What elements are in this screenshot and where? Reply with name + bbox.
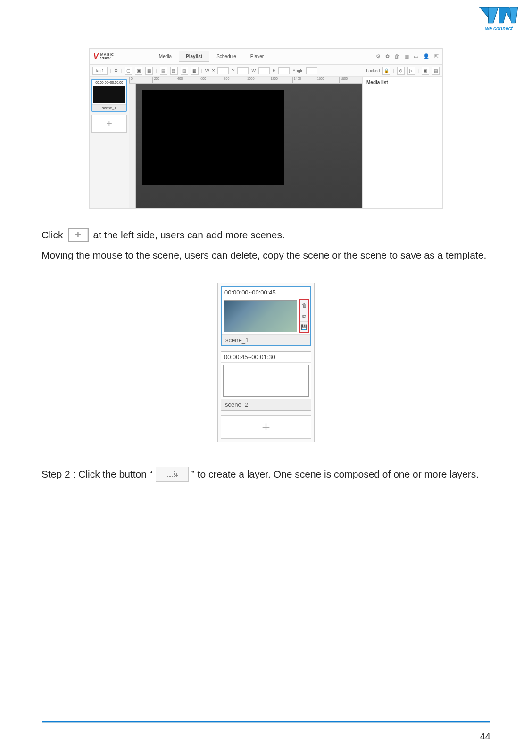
app-logo: V MAGIC VIEW <box>93 52 114 61</box>
export-icon[interactable]: ⇱ <box>434 53 439 59</box>
canvas-area[interactable]: 0 200 400 600 800 1000 1200 1400 1600 18… <box>129 77 362 208</box>
scene-item-buttons: 🗑 ⧉ 💾 <box>299 299 309 333</box>
grid3-icon[interactable]: ▨ <box>181 67 188 75</box>
scene-card[interactable]: 00:00:00~00:00:00 scene_1 <box>91 79 127 112</box>
w2-label: W <box>251 68 256 73</box>
tab-player[interactable]: Player <box>243 51 271 62</box>
add-scene-button[interactable]: + <box>221 415 311 439</box>
w-label: W <box>205 68 209 73</box>
text-click: Click <box>42 227 63 243</box>
zoom-out-icon[interactable]: ⊖ <box>397 67 405 75</box>
canvas-black[interactable] <box>142 90 284 185</box>
gear-icon[interactable]: ⚙ <box>114 68 118 73</box>
scene-item-label: scene_2 <box>221 399 311 410</box>
add-scene-button[interactable]: + <box>91 115 127 133</box>
lock-icon[interactable]: 🔒 <box>382 67 390 75</box>
gear-icon[interactable]: ✿ <box>385 53 390 59</box>
text-addscenes: at the left side, users can add more sce… <box>93 227 285 243</box>
grid-icon[interactable]: ▤ <box>160 67 167 75</box>
h-label: H <box>273 68 276 73</box>
chart-icon[interactable]: ▥ <box>404 53 409 59</box>
main-tabs: Media Playlist Schedule Player <box>152 51 271 62</box>
save-template-icon[interactable]: 💾 <box>300 322 308 332</box>
scene-item-1[interactable]: 00:00:00~00:00:45 🗑 ⧉ 💾 scene_1 <box>221 286 311 346</box>
angle-label: Angle <box>292 68 303 73</box>
user-icon[interactable]: 👤 <box>423 53 430 59</box>
settings-icon[interactable]: ⚙ <box>376 53 381 59</box>
plus-icon: + <box>106 118 112 130</box>
paragraph-1: Click + at the left side, users can add … <box>42 227 490 263</box>
crop-icon[interactable]: ▢ <box>125 67 132 75</box>
ruler-vertical <box>129 84 136 208</box>
y-label: Y <box>232 68 234 73</box>
toolbar-row: tag1 | ⚙ | ▢ ▣ ▦ | ▤ ▧ ▨ ▩ | W X Y W H A… <box>90 65 442 77</box>
footer-divider <box>42 721 490 723</box>
scene-item-thumbnail <box>224 300 297 332</box>
scene-item-thumbnail <box>223 365 309 397</box>
angle-input[interactable] <box>306 67 317 74</box>
scene-item-time: 00:00:00~00:00:45 <box>222 287 310 298</box>
tab-schedule[interactable]: Schedule <box>209 51 243 62</box>
scene-panel: 00:00:00~00:00:45 🗑 ⧉ 💾 scene_1 00:00:45… <box>217 283 315 442</box>
plus-icon-inline: + <box>68 228 89 242</box>
tag-label[interactable]: tag1 <box>92 67 108 75</box>
x-label: X <box>212 68 215 73</box>
tab-media[interactable]: Media <box>152 51 179 62</box>
copy-icon[interactable]: ▣ <box>422 67 429 75</box>
trash-icon[interactable]: 🗑 <box>300 300 308 311</box>
tab-playlist[interactable]: Playlist <box>179 51 209 62</box>
scene-item-2[interactable]: 00:00:45~00:01:30 scene_2 <box>221 351 311 411</box>
scene-sidebar: 00:00:00~00:00:00 scene_1 + <box>90 77 129 208</box>
text-step2b: ” to create a layer. One scene is compos… <box>191 467 479 482</box>
app-name-sub: VIEW <box>100 57 114 60</box>
text-step2a: Step 2 : Click the button “ <box>42 467 153 482</box>
brand-logo: we connect <box>477 5 521 36</box>
y-input[interactable] <box>237 67 249 74</box>
svg-rect-0 <box>166 470 175 477</box>
trash-icon[interactable]: 🗑 <box>394 53 399 59</box>
text-moving: Moving the mouse to the scene, users can… <box>42 248 490 263</box>
locked-label: Locked <box>366 68 380 73</box>
brand-tagline: we connect <box>485 25 513 31</box>
window-header: V MAGIC VIEW Media Playlist Schedule Pla… <box>90 49 442 65</box>
create-layer-button-inline <box>156 467 189 482</box>
app-logo-v-icon: V <box>93 52 99 61</box>
h-input[interactable] <box>278 67 290 74</box>
crop-plus-icon[interactable]: ▣ <box>135 67 142 75</box>
scene-thumbnail <box>93 86 125 103</box>
copy-icon[interactable]: ⧉ <box>300 311 308 322</box>
screen-icon[interactable]: ▭ <box>414 53 418 59</box>
page-number: 44 <box>480 731 490 742</box>
grid2-icon[interactable]: ▧ <box>170 67 178 75</box>
magicview-window: V MAGIC VIEW Media Playlist Schedule Pla… <box>89 48 443 209</box>
scene-label: scene_1 <box>92 104 126 111</box>
scene-time: 00:00:00~00:00:00 <box>92 80 126 85</box>
crop-fit-icon[interactable]: ▦ <box>145 67 153 75</box>
grid4-icon[interactable]: ▩ <box>191 67 199 75</box>
ruler-horizontal: 0 200 400 600 800 1000 1200 1400 1600 18… <box>129 77 362 84</box>
media-panel: Media list <box>362 77 442 208</box>
scene-item-time: 00:00:45~00:01:30 <box>221 352 311 363</box>
paste-icon[interactable]: ▤ <box>432 67 440 75</box>
x-input[interactable] <box>217 67 229 74</box>
plus-icon: + <box>262 419 270 435</box>
paragraph-2: Step 2 : Click the button “ ” to create … <box>42 467 490 482</box>
scene-item-label: scene_1 <box>222 334 310 345</box>
w-input[interactable] <box>258 67 270 74</box>
media-list-header: Media list <box>363 77 442 88</box>
zoom-in-icon[interactable]: ▷ <box>407 67 415 75</box>
